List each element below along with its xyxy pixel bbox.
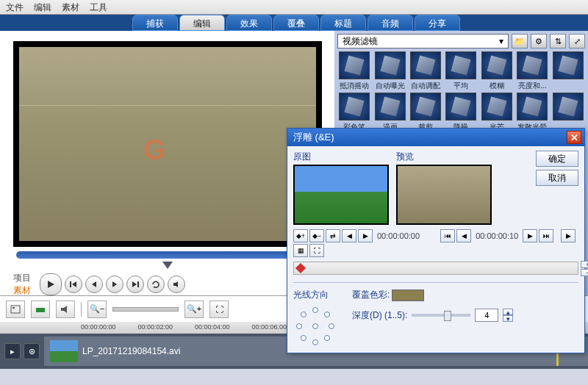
tab-overlay[interactable]: 覆叠 xyxy=(273,15,319,31)
menu-material[interactable]: 素材 xyxy=(62,1,79,12)
dir-nw[interactable] xyxy=(301,312,306,317)
library-thumb[interactable]: 彩色笔 xyxy=(337,93,371,132)
library-thumb[interactable]: 发散光晕 xyxy=(515,93,549,132)
reverse-keyframe-button[interactable]: ⇄ xyxy=(326,229,340,242)
library-thumb[interactable]: 亮度和... xyxy=(515,51,549,91)
dialog-titlebar[interactable]: 浮雕 (&E) ✕ xyxy=(287,129,584,146)
thumb-label: 模糊 xyxy=(480,81,514,91)
dir-w[interactable] xyxy=(296,323,302,329)
volume-button[interactable] xyxy=(168,276,185,293)
last-frame-button[interactable] xyxy=(126,276,144,293)
ok-button[interactable]: 确定 xyxy=(536,151,578,167)
dialog-params: 光线方向 覆盖色彩: xyxy=(293,282,578,348)
play-button[interactable]: ▶ xyxy=(561,229,576,242)
timeline-view-button[interactable] xyxy=(31,301,50,318)
library-thumb[interactable]: 自动调配 xyxy=(409,51,442,91)
ruler-tick: 00:00:00:00 xyxy=(81,323,116,334)
dir-ne[interactable] xyxy=(324,312,330,317)
prev-button[interactable]: ◀ xyxy=(456,229,471,242)
control-mode-labels: 项目 素材 xyxy=(13,272,31,297)
library-thumb[interactable] xyxy=(551,93,585,132)
svg-marker-3 xyxy=(72,281,76,287)
tab-capture[interactable]: 捕获 xyxy=(132,15,178,31)
next-frame-button[interactable] xyxy=(106,276,123,293)
scrubber[interactable] xyxy=(16,251,318,259)
repeat-button[interactable] xyxy=(147,276,165,293)
library-thumb[interactable]: 平均 xyxy=(444,51,478,91)
library-thumb[interactable]: 抵消摇动 xyxy=(337,51,371,91)
track-toggle-icon[interactable]: ▸ xyxy=(4,343,21,359)
svg-rect-2 xyxy=(70,281,71,287)
menu-edit[interactable]: 编辑 xyxy=(34,1,51,12)
zoom-out-button[interactable]: 🔍− xyxy=(87,301,107,318)
library-sort-button[interactable]: ⇅ xyxy=(550,34,566,48)
library-thumb[interactable]: 模糊 xyxy=(480,51,514,91)
add-keyframe-button[interactable]: ◆+ xyxy=(293,229,308,242)
light-direction-picker[interactable] xyxy=(293,304,337,348)
label-material[interactable]: 素材 xyxy=(13,284,31,297)
zoom-slider[interactable] xyxy=(112,307,179,312)
svg-marker-12 xyxy=(61,306,67,313)
tab-effect[interactable]: 效果 xyxy=(226,15,272,31)
light-direction-group: 光线方向 xyxy=(293,289,337,348)
thumb-icon xyxy=(339,51,370,79)
dir-n[interactable] xyxy=(312,307,318,313)
svg-marker-8 xyxy=(173,281,178,287)
slider-plus-button[interactable]: + xyxy=(581,261,588,268)
dir-s[interactable] xyxy=(312,339,318,345)
dir-center[interactable] xyxy=(312,323,318,329)
thumb-label: 自动调配 xyxy=(409,81,442,91)
play-button[interactable] xyxy=(40,273,62,295)
playback-option-button[interactable]: ▦ xyxy=(293,244,308,257)
tab-title[interactable]: 标题 xyxy=(320,15,366,31)
cancel-button[interactable]: 取消 xyxy=(536,170,578,186)
svg-rect-7 xyxy=(137,281,139,287)
tab-audio[interactable]: 音频 xyxy=(368,15,413,31)
video-track-icon[interactable]: ⊛ xyxy=(24,343,40,359)
audio-view-button[interactable] xyxy=(56,301,75,318)
svg-marker-6 xyxy=(132,281,137,287)
fit-button[interactable]: ⛶ xyxy=(209,301,229,318)
remove-keyframe-button[interactable]: ◆− xyxy=(309,229,324,242)
first-button[interactable]: ⏮ xyxy=(440,229,455,242)
library-thumb[interactable]: 自动曝光 xyxy=(373,51,406,91)
first-frame-button[interactable] xyxy=(65,276,82,293)
library-thumb[interactable]: 漫画 xyxy=(373,93,406,132)
move-left-button[interactable]: ◀ xyxy=(342,229,356,242)
dir-se[interactable] xyxy=(324,335,330,341)
library-thumb[interactable]: 光芒 xyxy=(480,93,514,132)
dir-e[interactable] xyxy=(329,323,334,329)
depth-slider[interactable] xyxy=(412,314,470,317)
zoom-in-button[interactable]: 🔍+ xyxy=(184,301,204,318)
tab-edit[interactable]: 编辑 xyxy=(179,15,225,31)
scrub-marker-icon[interactable] xyxy=(6,262,329,269)
library-category-select[interactable]: 视频滤镜 ▾ xyxy=(337,34,509,48)
depth-input[interactable] xyxy=(475,309,498,322)
library-folder-button[interactable]: 📁 xyxy=(512,34,528,48)
library-thumb[interactable]: 降噪 xyxy=(444,93,478,132)
menu-tools[interactable]: 工具 xyxy=(90,1,107,12)
keyframe-marker-icon[interactable] xyxy=(295,263,306,273)
slider-minus-button[interactable]: − xyxy=(581,269,588,276)
fullscreen-button[interactable]: ⛶ xyxy=(309,244,324,257)
library-thumb[interactable]: 裁剪 xyxy=(409,93,442,132)
svg-marker-4 xyxy=(92,281,96,287)
storyboard-view-button[interactable] xyxy=(6,301,25,318)
dialog-timeline-slider[interactable]: + − xyxy=(293,262,578,275)
library-expand-button[interactable]: ⤢ xyxy=(569,34,585,48)
next-button[interactable]: ▶ xyxy=(523,229,537,242)
watermark: G xyxy=(143,134,165,166)
cover-color-swatch[interactable] xyxy=(392,289,424,301)
depth-down-button[interactable]: ▾ xyxy=(503,315,513,322)
tab-share[interactable]: 分享 xyxy=(415,15,460,31)
prev-frame-button[interactable] xyxy=(85,276,103,293)
dir-sw[interactable] xyxy=(301,335,306,341)
last-button[interactable]: ⏭ xyxy=(539,229,553,242)
library-thumb[interactable] xyxy=(551,51,585,91)
library-options-button[interactable]: ⚙ xyxy=(531,34,547,48)
close-button[interactable]: ✕ xyxy=(567,131,581,144)
move-right-button[interactable]: ▶ xyxy=(358,229,373,242)
menu-file[interactable]: 文件 xyxy=(6,1,24,12)
thumb-icon xyxy=(339,93,370,120)
label-project[interactable]: 项目 xyxy=(13,272,31,284)
